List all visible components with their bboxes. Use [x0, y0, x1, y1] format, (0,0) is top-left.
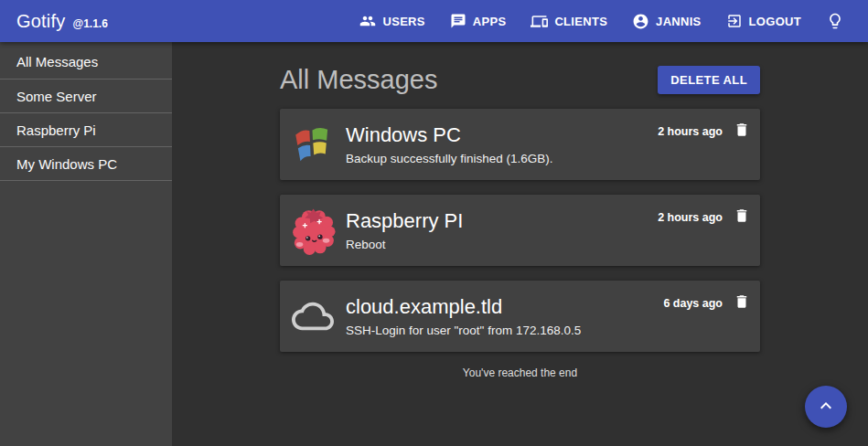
sidebar-item-raspberry-pi[interactable]: Raspberry Pi	[0, 113, 172, 147]
brand: Gotify @1.1.6	[16, 11, 108, 32]
nav-apps-label: APPS	[473, 15, 507, 28]
delete-message-button[interactable]	[734, 293, 750, 313]
theme-toggle-button[interactable]	[826, 12, 844, 30]
delete-message-button[interactable]	[734, 207, 750, 227]
message-timestamp: 2 hours ago	[658, 125, 723, 138]
sidebar-item-label: Some Server	[16, 89, 97, 104]
message-card-raspberry-pi: Raspberry PI Reboot 2 hours ago	[280, 195, 760, 266]
sidebar: All Messages Some Server Raspberry Pi My…	[0, 42, 172, 446]
nav-clients-label: CLIENTS	[554, 15, 607, 28]
message-timestamp: 6 days ago	[663, 297, 723, 310]
message-card-windows-pc: Windows PC Backup successfully finished …	[280, 109, 760, 180]
account-circle-icon	[632, 13, 649, 30]
windows-logo-icon	[280, 122, 346, 167]
delete-message-button[interactable]	[734, 122, 750, 141]
nav-users-label: USERS	[382, 15, 424, 28]
nav-user-account[interactable]: JANNIS	[632, 13, 701, 30]
nav-clients[interactable]: CLIENTS	[530, 13, 607, 30]
nav-apps[interactable]: APPS	[450, 13, 507, 29]
sidebar-item-label: Raspberry Pi	[16, 122, 96, 138]
nav-logout-label: LOGOUT	[749, 15, 801, 28]
message-body: Backup successfully finished (1.6GB).	[346, 152, 652, 165]
app-version: @1.1.6	[72, 17, 107, 30]
sidebar-item-label: My Windows PC	[16, 156, 117, 172]
sidebar-item-some-server[interactable]: Some Server	[0, 80, 172, 113]
clients-devices-icon	[530, 13, 548, 30]
nav-users[interactable]: USERS	[359, 13, 424, 29]
app-bar: Gotify @1.1.6 USERS APPS CLIENTS JANNIS …	[0, 0, 868, 42]
message-card-cloud: cloud.example.tld SSH-Login for user "ro…	[280, 281, 760, 352]
app-title: Gotify	[16, 11, 65, 32]
trash-icon	[734, 122, 750, 141]
users-icon	[359, 13, 376, 29]
sidebar-item-all-messages[interactable]: All Messages	[0, 44, 172, 80]
end-of-list-text: You've reached the end	[280, 366, 760, 379]
main-area: All Messages DELETE ALL Windows PC Backu…	[172, 42, 868, 446]
sidebar-item-label: All Messages	[16, 54, 98, 69]
apps-chat-icon	[450, 13, 466, 29]
lightbulb-icon	[826, 12, 844, 30]
cloud-icon	[280, 295, 346, 337]
message-title: Raspberry PI	[346, 209, 652, 233]
message-title: cloud.example.tld	[346, 295, 658, 319]
sidebar-item-my-windows-pc[interactable]: My Windows PC	[0, 147, 172, 181]
trash-icon	[734, 207, 750, 227]
message-title: Windows PC	[346, 123, 652, 147]
message-body: Reboot	[346, 238, 652, 251]
page-title: All Messages	[280, 65, 437, 95]
message-timestamp: 2 hours ago	[658, 211, 723, 224]
nav-username-label: JANNIS	[656, 15, 701, 28]
raspberry-icon	[280, 207, 346, 255]
message-body: SSH-Login for user "root" from 172.168.0…	[346, 324, 658, 337]
delete-all-button[interactable]: DELETE ALL	[658, 66, 760, 94]
logout-icon	[726, 13, 743, 29]
trash-icon	[734, 293, 750, 313]
chevron-up-icon	[815, 395, 837, 419]
scroll-to-top-button[interactable]	[805, 386, 847, 428]
nav-logout[interactable]: LOGOUT	[726, 13, 801, 29]
top-nav: USERS APPS CLIENTS JANNIS LOGOUT	[359, 13, 801, 30]
